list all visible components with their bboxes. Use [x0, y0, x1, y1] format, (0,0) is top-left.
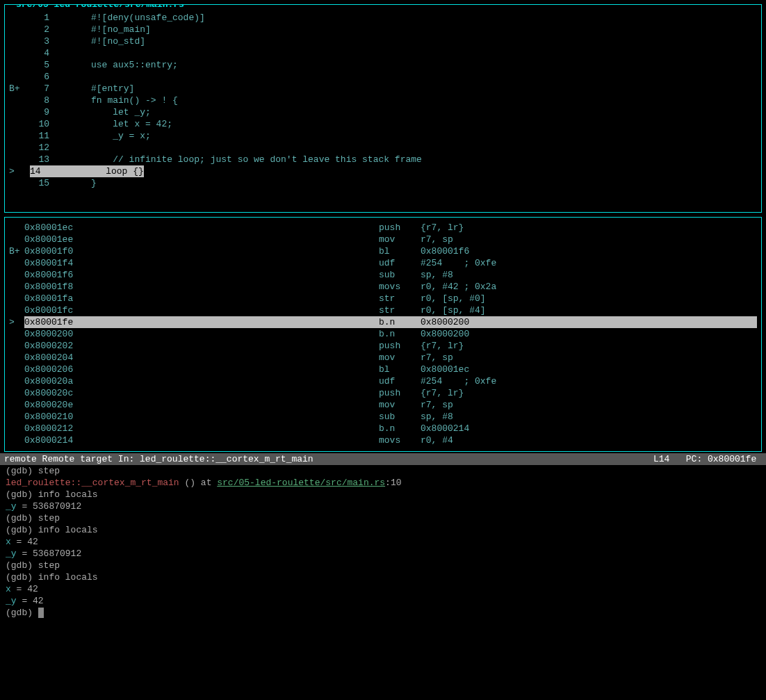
asm-body[interactable]: 0x80001ec push{r7, lr} 0x80001ee movr7, … — [5, 222, 761, 446]
source-line: 4 — [5, 47, 761, 59]
console-line: _y = 42 — [6, 595, 760, 607]
gdb-console[interactable]: (gdb) stepled_roulette::__cortex_m_rt_ma… — [0, 465, 766, 619]
source-line: 6 — [5, 71, 761, 83]
console-line: (gdb) step — [6, 512, 760, 524]
asm-line: 0x80001fa strr0, [sp, #0] — [5, 293, 761, 304]
source-line: 1#![deny(unsafe_code)] — [5, 12, 761, 24]
source-line: 3#![no_std] — [5, 35, 761, 47]
asm-line: 0x8000202 push{r7, lr} — [5, 340, 761, 352]
asm-line: 0x8000204 movr7, sp — [5, 352, 761, 364]
asm-line: 0x8000200 b.n0x8000200 — [5, 328, 761, 340]
asm-line: B+0x80001f0 bl0x80001f6 — [5, 245, 761, 257]
source-line: 8fn main() -> ! { — [5, 95, 761, 106]
asm-line: 0x8000210 subsp, #8 — [5, 411, 761, 423]
asm-line: 0x80001fc strr0, [sp, #4] — [5, 304, 761, 316]
status-right: L14 PC: 0x80001fe — [653, 453, 762, 465]
asm-line: 0x80001ee movr7, sp — [5, 234, 761, 245]
console-line: (gdb) step — [6, 560, 760, 571]
console-line: _y = 536870912 — [6, 500, 760, 512]
source-line: 10 let x = 42; — [5, 118, 761, 130]
asm-line: 0x8000206 bl0x80001ec — [5, 364, 761, 375]
source-line: 9 let _y; — [5, 106, 761, 118]
asm-line: 0x80001f4 udf#254 ; 0xfe — [5, 257, 761, 269]
source-line: 15} — [5, 177, 761, 189]
console-line: x = 42 — [6, 536, 760, 548]
cursor[interactable] — [38, 608, 44, 618]
console-line: (gdb) info locals — [6, 524, 760, 536]
asm-line: 0x8000214 movsr0, #4 — [5, 434, 761, 446]
console-line: (gdb) info locals — [6, 489, 760, 500]
asm-line: 0x800020a udf#254 ; 0xfe — [5, 375, 761, 387]
console-line: x = 42 — [6, 583, 760, 595]
source-title: src/05-led-roulette/src/main.rs — [13, 4, 187, 10]
source-line: 11 _y = x; — [5, 130, 761, 142]
source-line: 2#![no_main] — [5, 24, 761, 35]
source-line: 5use aux5::entry; — [5, 59, 761, 71]
asm-line: 0x800020c push{r7, lr} — [5, 387, 761, 399]
console-line: led_roulette::__cortex_m_rt_main () at s… — [6, 477, 760, 489]
console-line: _y = 536870912 — [6, 548, 760, 560]
source-line: B+7#[entry] — [5, 83, 761, 95]
source-panel: src/05-led-roulette/src/main.rs 1#![deny… — [4, 4, 762, 213]
asm-line: 0x800020e movr7, sp — [5, 399, 761, 411]
source-line: 12 — [5, 142, 761, 154]
console-line: (gdb) — [6, 607, 760, 619]
asm-line: > 0x80001fe b.n0x8000200 — [5, 316, 761, 328]
status-bar: remote Remote target In: led_roulette::_… — [0, 453, 766, 465]
asm-panel: 0x80001ec push{r7, lr} 0x80001ee movr7, … — [4, 217, 762, 452]
asm-line: 0x80001ec push{r7, lr} — [5, 222, 761, 234]
status-left: remote Remote target In: led_roulette::_… — [4, 453, 653, 465]
asm-line: 0x8000212 b.n0x8000214 — [5, 423, 761, 434]
asm-line: 0x80001f6 subsp, #8 — [5, 269, 761, 281]
console-line: (gdb) step — [6, 465, 760, 477]
source-line: > 14 loop {} — [5, 165, 761, 177]
source-line: 13 // infinite loop; just so we don't le… — [5, 154, 761, 165]
asm-line: 0x80001f8 movsr0, #42 ; 0x2a — [5, 281, 761, 293]
console-line: (gdb) info locals — [6, 571, 760, 583]
source-body[interactable]: 1#![deny(unsafe_code)] 2#![no_main] 3#![… — [5, 12, 761, 189]
